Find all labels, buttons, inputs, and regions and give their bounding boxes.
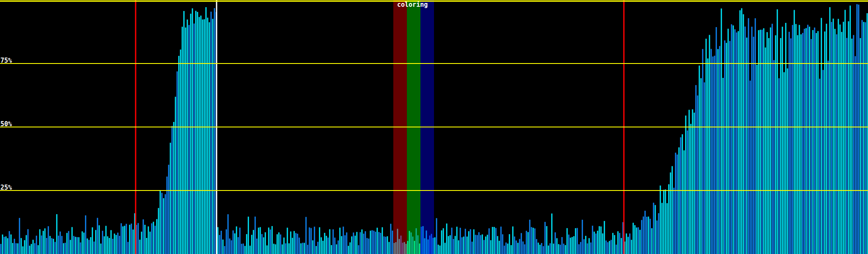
- bar: [782, 27, 783, 254]
- bar: [651, 228, 653, 254]
- bar: [680, 137, 682, 254]
- bar: [590, 243, 592, 254]
- bar: [465, 229, 466, 254]
- bar: [533, 228, 534, 254]
- bar: [733, 25, 734, 254]
- bar: [92, 227, 93, 254]
- bar: [477, 235, 478, 254]
- bar: [160, 190, 161, 254]
- bar: [239, 228, 241, 254]
- bar: [112, 239, 114, 254]
- bar: [621, 238, 622, 254]
- bar: [768, 38, 770, 254]
- bar: [28, 229, 29, 254]
- bar: [346, 232, 348, 254]
- bar: [490, 240, 492, 254]
- bar: [545, 222, 546, 254]
- bar: [618, 231, 619, 254]
- bar: [314, 226, 315, 254]
- bar: [660, 185, 661, 254]
- bar: [692, 109, 693, 254]
- bar: [741, 8, 743, 254]
- bar: [341, 236, 342, 254]
- bar: [67, 233, 68, 254]
- bar: [604, 221, 605, 254]
- bar: [38, 245, 39, 254]
- bar: [321, 237, 322, 254]
- bar: [701, 78, 702, 254]
- bar: [214, 8, 215, 254]
- bar: [785, 23, 787, 254]
- bar: [504, 246, 505, 254]
- bar: [224, 246, 225, 254]
- bar: [51, 238, 53, 254]
- bar: [355, 236, 356, 254]
- bar: [558, 244, 559, 254]
- bar: [863, 22, 865, 254]
- bar: [441, 230, 442, 254]
- bar: [802, 33, 804, 254]
- bar: [867, 13, 868, 254]
- bar: [580, 242, 581, 254]
- bar: [234, 233, 236, 254]
- bar: [582, 220, 583, 254]
- bar: [685, 116, 687, 254]
- bar: [819, 79, 821, 254]
- bar: [153, 222, 154, 254]
- bar: [165, 194, 166, 254]
- bar: [12, 243, 14, 254]
- bar: [294, 231, 295, 254]
- bar: [39, 229, 41, 254]
- bar: [636, 227, 637, 254]
- bar: [787, 69, 788, 254]
- bar: [126, 224, 127, 254]
- bar: [82, 231, 83, 254]
- bar: [679, 147, 680, 254]
- bar: [612, 233, 614, 254]
- bar: [451, 228, 453, 254]
- bar: [48, 226, 49, 254]
- bar: [594, 232, 595, 254]
- bar: [194, 24, 195, 254]
- bar: [789, 32, 790, 254]
- bar: [385, 237, 387, 254]
- bar: [495, 228, 497, 254]
- bar: [255, 217, 256, 254]
- bar: [711, 49, 712, 254]
- bar: [265, 232, 266, 254]
- bar: [767, 32, 768, 254]
- bar: [200, 16, 202, 254]
- axis-label-75pct: 75%: [0, 58, 12, 64]
- bar: [121, 223, 122, 254]
- bar: [484, 240, 485, 254]
- bar: [356, 232, 358, 254]
- bar: [151, 223, 153, 254]
- bar: [155, 226, 156, 254]
- bar: [295, 233, 297, 254]
- bar: [362, 229, 363, 254]
- bar: [473, 229, 475, 254]
- bar: [262, 234, 263, 254]
- bar: [833, 19, 834, 254]
- bar: [0, 244, 2, 254]
- bar: [743, 14, 744, 254]
- bar: [392, 231, 393, 254]
- bar: [714, 56, 715, 254]
- bar: [673, 188, 675, 254]
- bar: [850, 6, 851, 254]
- bar: [233, 230, 234, 254]
- bar: [94, 242, 95, 254]
- bar: [209, 22, 210, 254]
- bar: [148, 226, 149, 254]
- bar: [777, 9, 778, 254]
- bar: [453, 239, 454, 254]
- bar: [529, 220, 531, 254]
- bar: [662, 203, 663, 254]
- bar: [848, 21, 849, 254]
- bar: [17, 243, 19, 254]
- bar: [107, 236, 108, 254]
- bar: [41, 235, 42, 254]
- bar: [728, 29, 729, 254]
- bar: [111, 230, 112, 254]
- bar: [34, 243, 36, 254]
